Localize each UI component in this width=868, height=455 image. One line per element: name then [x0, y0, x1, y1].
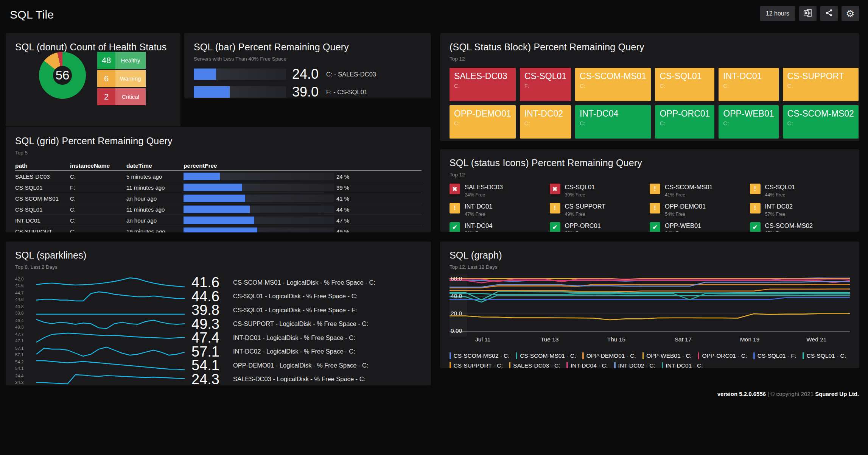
graph-legend-item[interactable]: INT-DC04 - C:: [566, 362, 608, 368]
share-button[interactable]: [820, 6, 838, 21]
graph-legend-item[interactable]: OPP-DEMO01 - C:: [582, 352, 636, 359]
graph-legend-item[interactable]: CS-SQL01 - C:: [803, 352, 846, 359]
donut-legend-item[interactable]: 48Healthy: [97, 52, 146, 69]
bar-track: [194, 69, 286, 80]
excel-export-button[interactable]: [799, 6, 817, 21]
legend-swatch: [582, 352, 584, 359]
bar-row[interactable]: 39.0F: - CS-SQL01: [194, 86, 422, 98]
status-icon-text: CS-SQL0144% Free: [765, 184, 795, 198]
graph-legend-item[interactable]: CS-SCOM-MS01 - C:: [516, 352, 576, 359]
status-icon-item[interactable]: ✔OPP-WEB0164% Free: [650, 222, 750, 232]
status-block[interactable]: CS-SQL01F:: [520, 68, 571, 101]
grid-cell-path: CS-SQL01: [15, 206, 70, 213]
bar-chart: 24.0C: - SALES-DC0339.0F: - CS-SQL01: [194, 69, 422, 98]
grid-cell-percent: 24 %: [334, 173, 422, 180]
donut-legend-label: Healthy: [115, 52, 146, 69]
status-block[interactable]: OPP-WEB01C:: [719, 105, 778, 139]
tile-bar-subtitle: Servers with Less Than 40% Free Space: [194, 56, 422, 62]
graph-legend-item[interactable]: INT-DC01 - C:: [662, 362, 703, 368]
donut-legend-item[interactable]: 6Warning: [97, 70, 146, 87]
table-row[interactable]: CS-SCOM-MS01C:an hour ago41 %: [15, 193, 422, 204]
table-row[interactable]: CS-SQL01F:11 minutes ago39 %: [15, 182, 422, 193]
grid-cell-percent: 39 %: [334, 184, 422, 191]
sparkline-axis-labels: 40.839.8: [15, 304, 36, 316]
status-icon-item[interactable]: ✖CS-SQL0139% Free: [550, 184, 650, 198]
sparkline-row[interactable]: 42.041.641.6CS-SCOM-MS01 - LogicalDisk -…: [15, 275, 422, 289]
status-block-name: INT-DC01: [723, 71, 774, 81]
status-icon-item[interactable]: ✔INT-DC0462% Free: [450, 222, 550, 232]
graph-legend-item[interactable]: CS-SCOM-MS02 - C:: [450, 352, 510, 359]
sparkline-max-label: 40.8: [15, 304, 36, 310]
sparkline-label: SALES-DC03 - LogicalDisk - % Free Space …: [228, 376, 422, 383]
sparkline-row[interactable]: 24.424.224.3SALES-DC03 - LogicalDisk - %…: [15, 372, 422, 386]
healthy-check-icon: ✔: [750, 222, 761, 232]
donut-legend-label: Critical: [115, 88, 146, 105]
grid-header-row: pathinstanceNamedateTimepercentFree: [15, 161, 422, 171]
grid-cell-percent: 44 %: [334, 206, 422, 213]
tile-bar-title: SQL (bar) Percent Remaining Query: [194, 42, 422, 53]
table-row[interactable]: INT-DC01C:an hour ago47 %: [15, 215, 422, 226]
grid-cell-bar: [184, 173, 334, 180]
sparkline-row[interactable]: 44.744.644.6CS-SQL01 - LogicalDisk - % F…: [15, 289, 422, 303]
sparkline-row[interactable]: 57.157.157.1INT-DC02 - LogicalDisk - % F…: [15, 344, 422, 358]
legend-label: OPP-WEB01 - C:: [646, 352, 692, 359]
grid-percent-track: [184, 173, 334, 180]
graph-y-tick-label: 40.0: [451, 293, 462, 299]
status-block[interactable]: CS-SQL01C:: [655, 68, 714, 101]
graph-legend: CS-SCOM-MS02 - C:CS-SCOM-MS01 - C:OPP-DE…: [450, 352, 850, 368]
status-block[interactable]: SALES-DC03C:: [450, 68, 516, 101]
grid-percent-track: [184, 195, 334, 202]
sparkline-chart: [36, 304, 185, 316]
status-block[interactable]: CS-SCOM-MS01C:: [575, 68, 651, 101]
bar-row[interactable]: 24.0C: - SALES-DC03: [194, 69, 422, 80]
status-icon-item[interactable]: !CS-SQL0144% Free: [750, 184, 850, 198]
status-icon-item[interactable]: !CS-SUPPORT49% Free: [550, 203, 650, 217]
sparkline-row[interactable]: 49.449.349.3CS-SUPPORT - LogicalDisk - %…: [15, 317, 422, 331]
donut-legend-label: Warning: [115, 70, 146, 87]
status-block[interactable]: INT-DC02C:: [520, 105, 571, 139]
sparkline-min-label: 49.3: [15, 324, 36, 330]
sparkline-min-label: 24.2: [15, 379, 36, 386]
tile-status-block: (SQL Status Block) Percent Remaining Que…: [440, 33, 859, 141]
sparkline-axis-labels: 54.254.1: [15, 359, 36, 371]
grid-cell-time: 5 minutes ago: [126, 173, 184, 180]
status-block[interactable]: INT-DC04C:: [575, 105, 651, 139]
graph-legend-item[interactable]: INT-DC02 - C:: [614, 362, 655, 368]
status-icon-item[interactable]: !INT-DC0147% Free: [450, 203, 550, 217]
status-block[interactable]: OPP-DEMO01C:: [450, 105, 516, 139]
graph-y-tick-label: 20.0: [451, 310, 462, 317]
status-icon-item[interactable]: ✔CS-SCOM-MS0265% Free: [750, 222, 850, 232]
settings-button[interactable]: ⚙: [842, 6, 859, 21]
sparkline-chart: [36, 318, 185, 330]
tile-sparklines: SQL (sparklines) Top 8, Last 2 Days 42.0…: [6, 242, 431, 385]
status-block[interactable]: INT-DC01C:: [719, 68, 778, 101]
sparkline-row[interactable]: 54.254.154.1OPP-DEMO01 - LogicalDisk - %…: [15, 358, 422, 372]
table-row[interactable]: SALES-DC03C:5 minutes ago24 %: [15, 171, 422, 182]
status-icon-free: 39% Free: [565, 192, 595, 198]
status-block[interactable]: OPP-ORC01C:: [655, 105, 714, 139]
status-block[interactable]: CS-SCOM-MS02C:: [783, 105, 859, 139]
graph-legend-item[interactable]: CS-SQL01 - F:: [753, 352, 796, 359]
graph-legend-item[interactable]: OPP-ORC01 - C:: [698, 352, 747, 359]
status-block[interactable]: CS-SUPPORTC:: [783, 68, 859, 101]
donut-legend-item[interactable]: 2Critical: [97, 88, 146, 105]
sparkline-min-label: 47.1: [15, 338, 36, 344]
status-icon-item[interactable]: ✖SALES-DC0324% Free: [450, 184, 550, 198]
graph-x-tick-label: Sat 17: [650, 336, 716, 343]
status-icon-text: INT-DC0257% Free: [765, 203, 793, 217]
status-icon-item[interactable]: ✔OPP-ORC0163% Free: [550, 222, 650, 232]
time-range-button[interactable]: 12 hours: [760, 6, 795, 21]
status-icon-item[interactable]: !INT-DC0257% Free: [750, 203, 850, 217]
sparkline-row[interactable]: 47.747.147.4INT-DC01 - LogicalDisk - % F…: [15, 330, 422, 344]
graph-legend-item[interactable]: SALES-DC03 - C:: [509, 362, 560, 368]
table-row[interactable]: CS-SUPPORTC:19 minutes ago49 %: [15, 226, 422, 232]
graph-legend-item[interactable]: OPP-WEB01 - C:: [642, 352, 692, 359]
status-icon-item[interactable]: !CS-SCOM-MS0141% Free: [650, 184, 750, 198]
tile-grid-title: SQL (grid) Percent Remaining Query: [15, 136, 422, 146]
graph-plot-area[interactable]: 60.040.020.00.00Jul 11Tue 13Thu 15Sat 17…: [450, 274, 850, 347]
sparkline-row[interactable]: 40.839.839.8CS-SQL01 - LogicalDisk - % F…: [15, 303, 422, 317]
graph-legend-item[interactable]: CS-SUPPORT - C:: [450, 362, 503, 368]
donut-chart[interactable]: 56: [39, 52, 86, 99]
table-row[interactable]: CS-SQL01C:11 minutes ago44 %: [15, 204, 422, 215]
status-icon-item[interactable]: !OPP-DEMO0154% Free: [650, 203, 750, 217]
